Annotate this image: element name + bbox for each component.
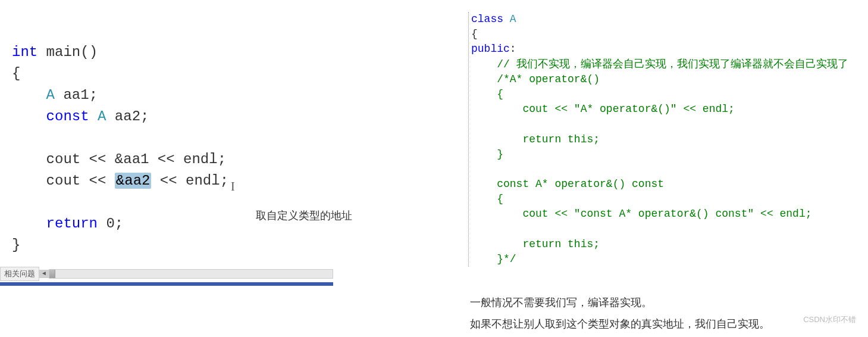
public-line: public: [471, 43, 516, 55]
explanation-text: 一般情况不需要我们写，编译器实现。 如果不想让别人取到这个类型对象的真实地址，我… [470, 292, 770, 335]
scroll-left-icon[interactable]: ◄ [39, 270, 49, 278]
main-signature: main() [37, 44, 98, 60]
keyword-int: int [12, 44, 37, 60]
comment-op2-sig: const A* operator&() const [471, 178, 664, 190]
brace-open: { [12, 65, 20, 82]
line-aa2: const A aa2; [12, 108, 149, 124]
main-function-code: int main() { A aa1; const A aa2; cout <<… [0, 30, 339, 262]
comment-return2: return this; [471, 238, 600, 250]
bottom-toolbar: 相关问题 ◄ [0, 267, 333, 281]
keyword-class: class [471, 13, 503, 25]
explain-line-1: 一般情况不需要我们写，编译器实现。 [470, 292, 770, 313]
type-A: A [46, 87, 55, 103]
keyword-const: const [46, 108, 89, 124]
blue-divider [0, 282, 333, 286]
keyword-public: public [471, 43, 510, 55]
left-code-panel: int main() { A aa1; const A aa2; cout <<… [0, 30, 339, 286]
comment-cout2: cout << "const A* operator&() const" << … [471, 208, 812, 220]
comment-return1: return this; [471, 133, 600, 145]
return-line: return 0; [12, 216, 123, 232]
selection-aa2[interactable]: &aa2 [115, 173, 152, 189]
scroll-thumb[interactable] [49, 270, 55, 278]
cout-aa2-line: cout << &aa2 << endl; [12, 173, 228, 189]
comment-cout1: cout << "A* operator&()" << endl; [471, 103, 735, 115]
comment-op1-sig: /*A* operator&() [471, 73, 600, 85]
line-aa1: A aa1; [12, 87, 98, 103]
class-a-code: class A { public: // 我们不实现，编译器会自己实现，我们实现… [458, 12, 863, 267]
related-issues-label[interactable]: 相关问题 [0, 267, 39, 281]
keyword-return: return [46, 216, 98, 232]
explain-line-2: 如果不想让别人取到这个类型对象的真实地址，我们自己实现。 [470, 313, 770, 335]
code-gutter [458, 12, 469, 267]
comment-line-cn: // 我们不实现，编译器会自己实现，我们实现了编译器就不会自己实现了 [471, 58, 848, 70]
brace-close: } [12, 237, 20, 253]
csdn-watermark: CSDN水印不错 [803, 314, 856, 325]
annotation-label: 取自定义类型的地址 [256, 208, 352, 223]
text-cursor-icon: I [231, 180, 235, 193]
class-name-A: A [503, 13, 516, 25]
cout-aa1: cout << &aa1 << endl; [12, 151, 226, 167]
horizontal-scrollbar[interactable] [49, 269, 333, 279]
right-code-panel: class A { public: // 我们不实现，编译器会自己实现，我们实现… [458, 12, 863, 267]
